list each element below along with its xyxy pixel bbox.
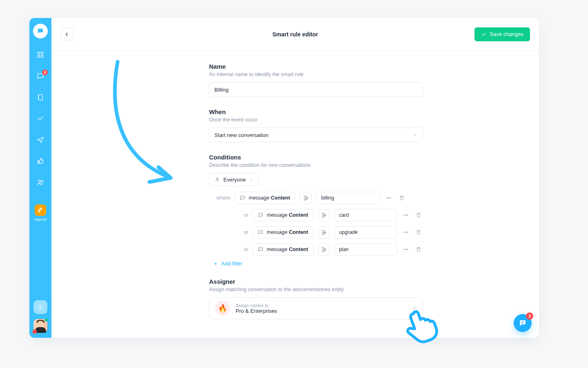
more-icon — [403, 212, 409, 218]
condition-row: or message Content ∋ plan — [209, 243, 423, 256]
assigner-select[interactable]: 🔥 Assign replies to Pro & Enterprises — [209, 297, 423, 319]
svg-point-15 — [404, 232, 405, 233]
presence-indicator — [45, 318, 49, 322]
condition-operator[interactable]: ∋ — [318, 209, 330, 221]
assigner-value: Pro & Enterprises — [236, 308, 277, 314]
section-conditions-desc: Describe the condition for new conversat… — [209, 162, 423, 168]
sidebar-item-people[interactable] — [36, 177, 45, 187]
chat-launcher[interactable]: 3 — [514, 314, 532, 332]
user-avatar[interactable] — [33, 319, 47, 333]
inbox-badge: 3 — [42, 70, 48, 75]
svg-rect-3 — [41, 56, 43, 58]
sidebar-upgrade[interactable]: Upgrade — [34, 204, 47, 221]
row-delete[interactable] — [414, 228, 423, 237]
svg-point-16 — [405, 232, 406, 233]
brand-logo[interactable] — [33, 24, 48, 38]
condition-value[interactable]: card — [334, 209, 397, 221]
row-delete[interactable] — [397, 193, 406, 202]
more-icon — [385, 195, 392, 201]
message-icon — [258, 212, 263, 218]
svg-rect-0 — [38, 52, 40, 54]
book-icon — [36, 93, 45, 101]
page-title: Smart rule editor — [272, 31, 318, 38]
add-filter-button[interactable]: Add filter — [213, 260, 423, 267]
condition-value[interactable]: upgrade — [334, 226, 397, 238]
row-more[interactable] — [401, 245, 410, 254]
row-delete[interactable] — [414, 211, 423, 220]
back-button[interactable] — [60, 28, 74, 41]
sidebar-item-inbox[interactable]: 3 — [36, 71, 45, 81]
joiner-or: or — [209, 247, 248, 252]
section-name-desc: An internal name to identify the smart r… — [209, 72, 423, 77]
app-window: 3 Upgrade — [29, 18, 539, 338]
rule-name-value: Billing — [214, 87, 229, 93]
condition-field[interactable]: message Content — [252, 209, 313, 221]
svg-rect-1 — [41, 52, 43, 54]
section-assigner-title: Assigner — [209, 278, 423, 285]
audience-value: Everyone — [223, 177, 246, 183]
joiner-or: or — [209, 229, 248, 235]
joiner-where: where — [209, 195, 230, 201]
sidebar-item-feedback[interactable] — [36, 156, 45, 166]
sidebar-item-book[interactable] — [36, 92, 45, 102]
rule-name-input[interactable]: Billing — [209, 82, 423, 97]
section-when-title: When — [209, 108, 423, 115]
svg-point-5 — [41, 180, 43, 182]
event-select-value: Start new conversation — [214, 132, 268, 138]
condition-field[interactable]: message Content — [252, 226, 313, 238]
message-icon — [258, 247, 263, 252]
condition-operator[interactable]: ∋ — [318, 243, 330, 256]
audience-select[interactable]: Everyone — [209, 173, 258, 186]
sidebar-item-analytics[interactable] — [36, 114, 45, 123]
send-icon — [36, 136, 45, 144]
rocket-icon — [37, 207, 44, 213]
more-icon — [403, 246, 409, 253]
svg-rect-2 — [38, 56, 40, 58]
person-icon — [214, 177, 220, 182]
row-more[interactable] — [401, 211, 410, 220]
chevron-down-icon — [412, 306, 417, 311]
condition-value[interactable]: billing — [316, 192, 380, 204]
section-when-desc: Once the event occur — [209, 117, 423, 123]
arrow-left-icon — [64, 31, 70, 37]
row-more[interactable] — [401, 228, 410, 237]
sidebar-item-send[interactable] — [36, 135, 45, 145]
form: Name An internal name to identify the sm… — [209, 63, 423, 319]
svg-point-17 — [407, 232, 408, 233]
chat-bubble-icon — [37, 27, 44, 35]
notification-dot — [33, 330, 37, 334]
section-name: Name An internal name to identify the sm… — [209, 63, 423, 97]
condition-field[interactable]: message Content — [234, 192, 295, 204]
section-assigner-desc: Assign matching conversation to the abov… — [209, 287, 423, 292]
save-button[interactable]: Save changes — [474, 27, 530, 41]
svg-point-19 — [405, 249, 406, 250]
condition-value[interactable]: plan — [334, 243, 397, 256]
save-button-label: Save changes — [490, 31, 523, 37]
condition-rows: where message Content ∋ billing — [209, 192, 423, 256]
svg-point-18 — [404, 249, 405, 250]
section-conditions: Conditions Describe the condition for ne… — [209, 154, 423, 267]
svg-point-11 — [390, 197, 391, 198]
chat-badge: 3 — [526, 312, 533, 320]
sidebar-settings[interactable] — [33, 300, 47, 314]
section-conditions-title: Conditions — [209, 154, 423, 161]
check-icon — [481, 31, 487, 37]
assigner-icon: 🔥 — [215, 301, 230, 316]
content: Name An internal name to identify the sm… — [51, 51, 539, 338]
event-select[interactable]: Start new conversation — [209, 128, 423, 142]
header: Smart rule editor Save changes — [51, 18, 539, 51]
section-name-title: Name — [209, 63, 423, 70]
section-when: When Once the event occur Start new conv… — [209, 108, 423, 142]
sidebar-item-dashboard[interactable] — [36, 50, 45, 60]
row-delete[interactable] — [414, 245, 423, 254]
condition-field[interactable]: message Content — [252, 243, 313, 256]
svg-point-4 — [38, 180, 40, 182]
more-icon — [403, 229, 409, 236]
condition-operator[interactable]: ∋ — [299, 192, 312, 204]
trash-icon — [415, 212, 422, 218]
row-more[interactable] — [384, 193, 393, 202]
joiner-or: or — [209, 212, 248, 218]
condition-row: or message Content ∋ card — [209, 209, 423, 221]
condition-row: or message Content ∋ upgrade — [209, 226, 423, 238]
condition-operator[interactable]: ∋ — [318, 226, 330, 238]
